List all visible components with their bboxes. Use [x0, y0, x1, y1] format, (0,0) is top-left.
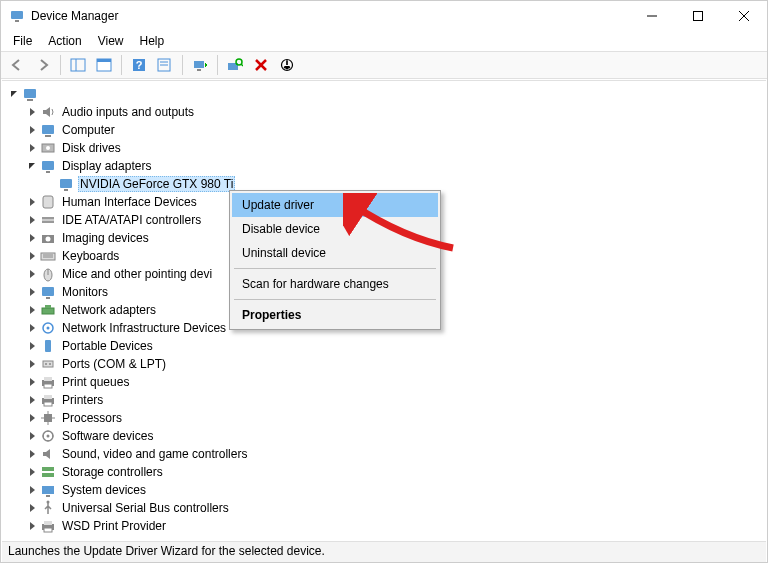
- properties-button[interactable]: [92, 54, 116, 76]
- expander-open-icon[interactable]: [8, 88, 20, 100]
- tree-item-18[interactable]: Sound, video and game controllers: [2, 445, 766, 463]
- svg-rect-56: [44, 377, 52, 381]
- software-icon: [40, 428, 56, 444]
- expander-closed-icon[interactable]: [26, 358, 38, 370]
- tree-item-16[interactable]: Processors: [2, 409, 766, 427]
- tree-item-1[interactable]: Computer: [2, 121, 766, 139]
- tree-item-14[interactable]: Print queues: [2, 373, 766, 391]
- tree-item-3[interactable]: Display adapters: [2, 157, 766, 175]
- menu-view[interactable]: View: [90, 32, 132, 50]
- svg-rect-72: [46, 495, 50, 497]
- network-icon: [40, 302, 56, 318]
- expander-closed-icon[interactable]: [26, 520, 38, 532]
- tree-item-20[interactable]: System devices: [2, 481, 766, 499]
- action-button[interactable]: [153, 54, 177, 76]
- portable-icon: [40, 338, 56, 354]
- svg-rect-27: [42, 125, 54, 134]
- expander-closed-icon[interactable]: [26, 430, 38, 442]
- update-driver-button[interactable]: [188, 54, 212, 76]
- expander-closed-icon[interactable]: [26, 196, 38, 208]
- svg-rect-46: [46, 297, 50, 299]
- forward-button[interactable]: [31, 54, 55, 76]
- expander-open-icon[interactable]: [26, 160, 38, 172]
- expander-closed-icon[interactable]: [26, 214, 38, 226]
- expander-closed-icon[interactable]: [26, 322, 38, 334]
- svg-text:?: ?: [136, 59, 143, 71]
- tree-item-label: Human Interface Devices: [60, 194, 199, 210]
- expander-closed-icon[interactable]: [26, 340, 38, 352]
- tree-item-2[interactable]: Disk drives: [2, 139, 766, 157]
- svg-rect-9: [97, 59, 111, 62]
- expander-closed-icon[interactable]: [26, 106, 38, 118]
- svg-marker-23: [284, 66, 290, 70]
- tree-item-label: Mice and other pointing devi: [60, 266, 214, 282]
- menu-help[interactable]: Help: [132, 32, 173, 50]
- tree-item-label: Software devices: [60, 428, 155, 444]
- tree-item-label: NVIDIA GeForce GTX 980 Ti: [78, 176, 235, 192]
- back-button[interactable]: [5, 54, 29, 76]
- expander-closed-icon[interactable]: [26, 268, 38, 280]
- uninstall-button[interactable]: [249, 54, 273, 76]
- scan-hardware-button[interactable]: [223, 54, 247, 76]
- expander-closed-icon[interactable]: [26, 412, 38, 424]
- expander-closed-icon[interactable]: [26, 466, 38, 478]
- title-bar: Device Manager: [1, 1, 767, 31]
- menu-file[interactable]: File: [5, 32, 40, 50]
- ctx-properties[interactable]: Properties: [232, 303, 438, 327]
- tree-item-label: WSD Print Provider: [60, 518, 168, 534]
- svg-rect-52: [43, 361, 53, 367]
- show-hide-tree-button[interactable]: [66, 54, 90, 76]
- ctx-update-driver[interactable]: Update driver: [232, 193, 438, 217]
- maximize-button[interactable]: [675, 1, 721, 31]
- expander-closed-icon[interactable]: [26, 232, 38, 244]
- menu-bar: File Action View Help: [1, 31, 767, 51]
- tree-item-label: Universal Serial Bus controllers: [60, 500, 231, 516]
- tree-item-13[interactable]: Ports (COM & LPT): [2, 355, 766, 373]
- ctx-uninstall-device[interactable]: Uninstall device: [232, 241, 438, 265]
- expander-closed-icon[interactable]: [26, 394, 38, 406]
- ctx-disable-device[interactable]: Disable device: [232, 217, 438, 241]
- minimize-button[interactable]: [629, 1, 675, 31]
- system-icon: [40, 482, 56, 498]
- tree-item-22[interactable]: WSD Print Provider: [2, 517, 766, 535]
- svg-point-30: [46, 146, 50, 150]
- svg-rect-34: [64, 189, 68, 191]
- keyboard-icon: [40, 248, 56, 264]
- expander-closed-icon[interactable]: [26, 448, 38, 460]
- mouse-icon: [40, 266, 56, 282]
- tree-item-label: Network Infrastructure Devices: [60, 320, 228, 336]
- svg-rect-15: [194, 61, 204, 68]
- expander-closed-icon[interactable]: [26, 376, 38, 388]
- menu-action[interactable]: Action: [40, 32, 89, 50]
- svg-point-73: [47, 501, 50, 504]
- svg-marker-26: [43, 107, 50, 117]
- tree-item-19[interactable]: Storage controllers: [2, 463, 766, 481]
- disable-button[interactable]: [275, 54, 299, 76]
- expander-closed-icon[interactable]: [26, 142, 38, 154]
- expander-closed-icon[interactable]: [26, 304, 38, 316]
- tree-item-17[interactable]: Software devices: [2, 427, 766, 445]
- hid-icon: [40, 194, 56, 210]
- svg-rect-57: [44, 384, 52, 388]
- svg-rect-45: [42, 287, 54, 296]
- expander-closed-icon[interactable]: [26, 250, 38, 262]
- expander-closed-icon[interactable]: [26, 124, 38, 136]
- ctx-scan-hardware[interactable]: Scan for hardware changes: [232, 272, 438, 296]
- tree-item-label: Disk drives: [60, 140, 123, 156]
- tree-item-15[interactable]: Printers: [2, 391, 766, 409]
- svg-rect-35: [43, 196, 53, 208]
- help-button[interactable]: ?: [127, 54, 151, 76]
- svg-point-50: [47, 327, 50, 330]
- svg-rect-33: [60, 179, 72, 188]
- close-button[interactable]: [721, 1, 767, 31]
- expander-closed-icon[interactable]: [26, 286, 38, 298]
- ide-icon: [40, 212, 56, 228]
- expander-closed-icon[interactable]: [26, 502, 38, 514]
- tree-item-21[interactable]: Universal Serial Bus controllers: [2, 499, 766, 517]
- tree-item-0[interactable]: Audio inputs and outputs: [2, 103, 766, 121]
- svg-rect-28: [45, 135, 51, 137]
- tree-item-12[interactable]: Portable Devices: [2, 337, 766, 355]
- expander-closed-icon[interactable]: [26, 484, 38, 496]
- svg-rect-69: [42, 467, 54, 471]
- tree-root[interactable]: ​: [2, 85, 766, 103]
